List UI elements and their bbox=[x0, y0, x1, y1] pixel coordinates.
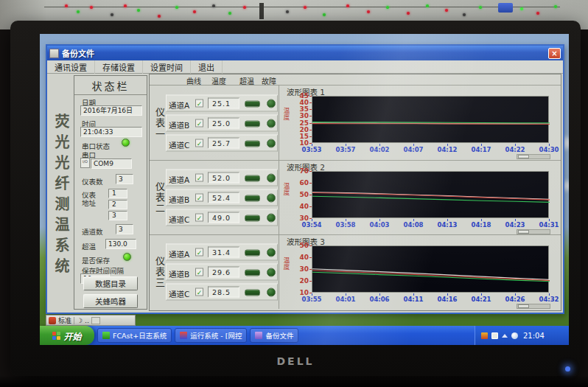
main-table: 曲线 温度 超温 故障 仪表一通道A✓25.1通道B✓25.0通道C✓25.7波… bbox=[149, 74, 561, 311]
chart-scrollbar[interactable] bbox=[517, 154, 550, 159]
ime-bar[interactable]: 标准 ☽ ‥ bbox=[46, 315, 136, 326]
chart-scrollbar[interactable] bbox=[517, 229, 550, 234]
x-tick-label: 03:54 bbox=[298, 221, 325, 229]
x-tick-mark bbox=[413, 144, 414, 146]
taskbar-item-label: 备份文件 bbox=[265, 330, 293, 341]
y-tick-mark bbox=[309, 195, 312, 195]
taskbar-item-2[interactable]: 运行系统 - [网控 bbox=[175, 328, 247, 343]
indicator-light bbox=[386, 6, 389, 9]
header-curve: 曲线 bbox=[186, 75, 201, 86]
window-title: 备份文件 bbox=[62, 47, 548, 59]
overtemp-limit-value[interactable]: 130.0 bbox=[105, 239, 136, 249]
curve-checkbox[interactable]: ✓ bbox=[195, 268, 203, 276]
x-tick-mark bbox=[346, 293, 346, 296]
close-button[interactable]: × bbox=[548, 48, 561, 59]
fault-led bbox=[267, 194, 276, 203]
taskbar-item-1[interactable]: FCAst+日志系统 bbox=[97, 328, 172, 343]
channel-rows: 通道A✓52.0通道B✓52.4通道C✓49.0 bbox=[166, 167, 278, 229]
menu-item-0[interactable]: 通讯设置 bbox=[47, 60, 95, 74]
date-value[interactable]: 2016年7月16日 bbox=[80, 105, 142, 116]
indicator-light bbox=[90, 6, 93, 9]
taskbar-item-3[interactable]: 备份文件 bbox=[250, 328, 298, 343]
channel-count-value[interactable]: 3 bbox=[116, 224, 133, 234]
ime-punct-icon[interactable]: ‥ bbox=[85, 317, 89, 324]
x-tick-label: 04:17 bbox=[468, 146, 494, 153]
temperature-value[interactable]: 29.6 bbox=[208, 267, 239, 278]
temperature-value[interactable]: 25.0 bbox=[208, 117, 239, 128]
indicator-light bbox=[65, 4, 68, 7]
x-tick-label: 04:03 bbox=[366, 221, 393, 229]
data-directory-button[interactable]: 数据目录 bbox=[83, 276, 138, 290]
channel-label: 通道C bbox=[169, 288, 189, 299]
x-tick-label: 04:06 bbox=[366, 296, 393, 303]
ime-icon[interactable] bbox=[49, 317, 56, 324]
curve-checkbox[interactable]: ✓ bbox=[195, 119, 203, 127]
channel-rows: 通道A✓25.1通道B✓25.0通道C✓25.7 bbox=[166, 91, 278, 154]
temperature-value[interactable]: 25.1 bbox=[208, 97, 239, 108]
channel-row: 通道A✓52.0 bbox=[166, 170, 278, 186]
serial-port-selector[interactable]: COM9 bbox=[91, 158, 132, 169]
x-tick-mark bbox=[549, 293, 550, 296]
meter-count-value[interactable]: 3 bbox=[116, 174, 133, 184]
serial-status-led bbox=[122, 139, 130, 147]
meter-address-1[interactable]: 1 bbox=[108, 189, 127, 198]
curve-checkbox[interactable]: ✓ bbox=[195, 174, 203, 182]
curve-checkbox[interactable]: ✓ bbox=[195, 248, 203, 257]
curve-checkbox[interactable]: ✓ bbox=[195, 139, 203, 147]
temperature-value[interactable]: 25.7 bbox=[208, 137, 239, 148]
indicator-light bbox=[367, 10, 370, 13]
chart-plot-area bbox=[312, 96, 549, 143]
x-tick-label: 04:12 bbox=[434, 146, 461, 153]
y-tick-mark bbox=[309, 96, 312, 97]
ime-moon-icon[interactable]: ☽ bbox=[77, 317, 83, 324]
menu-item-2[interactable]: 设置时间 bbox=[143, 60, 191, 74]
y-tick-mark bbox=[309, 171, 312, 172]
title-bar[interactable]: 备份文件 × bbox=[47, 46, 563, 60]
ime-mode-label[interactable]: 标准 bbox=[58, 315, 71, 325]
menu-item-1[interactable]: 存储设置 bbox=[95, 60, 143, 74]
x-tick-label: 04:32 bbox=[536, 296, 562, 303]
x-tick-mark bbox=[447, 219, 448, 221]
start-button[interactable]: 开始 bbox=[40, 326, 94, 345]
curve-checkbox[interactable]: ✓ bbox=[195, 214, 203, 222]
time-value: 21:04:33 bbox=[80, 127, 142, 137]
indicator-light bbox=[175, 6, 178, 9]
curve-checkbox[interactable]: ✓ bbox=[195, 288, 203, 296]
meter-address-2[interactable]: 2 bbox=[108, 200, 127, 209]
tray-app-icon[interactable] bbox=[481, 332, 488, 339]
chart-scrollbar-thumb[interactable] bbox=[518, 155, 529, 158]
chart-scrollbar[interactable] bbox=[517, 304, 550, 309]
taskbar-item-label: 运行系统 - [网控 bbox=[190, 330, 242, 341]
y-tick-mark bbox=[309, 130, 312, 130]
fault-led bbox=[267, 139, 276, 147]
temperature-value[interactable]: 31.4 bbox=[208, 247, 239, 258]
curve-checkbox[interactable]: ✓ bbox=[195, 194, 203, 202]
buzzer-off-button[interactable]: 关蜂鸣器 bbox=[83, 294, 138, 308]
chart-scrollbar-thumb[interactable] bbox=[518, 304, 529, 308]
x-tick-label: 04:08 bbox=[400, 221, 427, 229]
menu-bar: 通讯设置存储设置设置时间退出 bbox=[47, 60, 563, 74]
tray-ime-icon[interactable] bbox=[491, 332, 498, 339]
meter-address-3[interactable]: 3 bbox=[108, 211, 127, 220]
chart-scrollbar-thumb[interactable] bbox=[518, 230, 529, 234]
x-tick-label: 03:57 bbox=[332, 146, 359, 153]
ime-keyboard-icon[interactable] bbox=[91, 317, 100, 324]
channel-count-label: 通道数 bbox=[82, 226, 103, 237]
temperature-value[interactable]: 52.0 bbox=[208, 172, 239, 184]
x-tick-label: 04:26 bbox=[502, 296, 528, 303]
tray-volume-icon[interactable] bbox=[511, 332, 518, 339]
curve-checkbox[interactable]: ✓ bbox=[195, 99, 203, 107]
temperature-value[interactable]: 49.0 bbox=[208, 212, 239, 223]
x-tick-label: 04:13 bbox=[434, 221, 461, 229]
temperature-value[interactable]: 28.5 bbox=[208, 287, 239, 298]
channel-label: 通道A bbox=[169, 174, 189, 185]
taskbar-clock[interactable]: 21:04 bbox=[523, 332, 545, 340]
menu-item-3[interactable]: 退出 bbox=[191, 60, 223, 74]
indicator-light bbox=[323, 13, 326, 16]
fault-led bbox=[267, 99, 276, 108]
temperature-value[interactable]: 52.4 bbox=[208, 192, 239, 203]
instrument-name: 仪表三 bbox=[153, 256, 167, 289]
tray-hide-icons-arrow[interactable] bbox=[502, 334, 508, 338]
save-label: 是否保存 bbox=[82, 255, 110, 265]
channel-row: 通道B✓25.0 bbox=[166, 114, 278, 131]
